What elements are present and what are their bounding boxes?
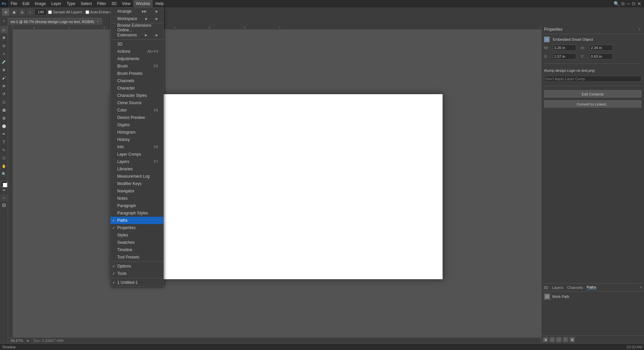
tool-eyedropper[interactable]: 💉 bbox=[0, 58, 8, 65]
y-input[interactable]: 0.63 in bbox=[590, 53, 613, 59]
arrange-icon[interactable]: ⊟ bbox=[621, 1, 625, 6]
menu-clone-source[interactable]: Clone Source bbox=[111, 99, 163, 107]
stroke-path-icon[interactable]: ○ bbox=[549, 337, 555, 342]
menu-libraries[interactable]: Libraries bbox=[111, 165, 163, 173]
delete-path-icon[interactable]: 🗑 bbox=[570, 337, 575, 342]
tool-history-brush[interactable]: ↺ bbox=[0, 90, 8, 98]
menu-edit[interactable]: Edit bbox=[20, 0, 32, 7]
sample-all-layers-checkbox[interactable]: Sample All Layers bbox=[48, 10, 82, 14]
fill-path-icon[interactable]: ◑ bbox=[543, 337, 548, 342]
tool-shape[interactable]: ⬡ bbox=[0, 154, 8, 162]
properties-collapse-btn[interactable]: ≡ bbox=[638, 27, 641, 32]
tool-select[interactable]: ▷ bbox=[0, 26, 8, 33]
tool-zoom[interactable]: 🔍 bbox=[0, 170, 8, 178]
menu-image[interactable]: Image bbox=[32, 0, 48, 7]
tool-type[interactable]: T bbox=[0, 138, 8, 146]
menu-type[interactable]: Type bbox=[64, 0, 78, 7]
menu-paragraph-styles[interactable]: Paragraph Styles bbox=[111, 209, 163, 217]
tab-layers[interactable]: Layers bbox=[552, 286, 563, 290]
menu-modifier-keys[interactable]: Modifier Keys bbox=[111, 180, 163, 187]
menu-window[interactable]: Window bbox=[133, 0, 153, 7]
menu-tools[interactable]: Tools bbox=[111, 270, 163, 277]
brush-subtype-3[interactable]: ○ bbox=[27, 9, 33, 15]
convert-to-linked-button[interactable]: Convert to Linked... bbox=[544, 100, 641, 108]
tool-hand[interactable]: ✋ bbox=[0, 162, 8, 170]
menu-character[interactable]: Character bbox=[111, 84, 163, 92]
menu-arrange[interactable]: Arrange ▶ bbox=[111, 8, 163, 15]
h-input[interactable]: 2.34 in bbox=[590, 45, 613, 51]
menu-help[interactable]: Help bbox=[153, 0, 166, 7]
edit-contents-button[interactable]: Edit Contents bbox=[544, 90, 641, 98]
menu-3d[interactable]: 3D bbox=[111, 40, 163, 48]
auto-enhance-checkbox[interactable]: Auto-Enhance bbox=[86, 10, 114, 14]
foreground-color[interactable] bbox=[1, 181, 7, 187]
menu-notes[interactable]: Notes bbox=[111, 195, 163, 202]
menu-histogram[interactable]: Histogram bbox=[111, 129, 163, 136]
menu-channels[interactable]: Channels bbox=[111, 77, 163, 84]
menu-brush[interactable]: Brush F5 bbox=[111, 62, 163, 70]
menu-filter[interactable]: Filter bbox=[95, 0, 109, 7]
brush-subtype-1[interactable]: ◉ bbox=[11, 9, 17, 15]
tool-brush[interactable]: 🖌 bbox=[0, 74, 8, 81]
menu-styles[interactable]: Styles bbox=[111, 231, 163, 239]
menu-glyphs[interactable]: Glyphs bbox=[111, 121, 163, 129]
menu-browse-extensions[interactable]: Browse Extensions Online... bbox=[111, 24, 163, 31]
screen-mode-btn[interactable]: ⊟ bbox=[1, 202, 7, 208]
tool-gradient[interactable]: ▦ bbox=[0, 106, 8, 114]
menu-tool-presets[interactable]: Tool Presets bbox=[111, 253, 163, 261]
tool-lasso[interactable]: ⊙ bbox=[0, 42, 8, 49]
brush-subtype-2[interactable]: ◎ bbox=[19, 9, 25, 15]
menu-swatches[interactable]: Swatches bbox=[111, 239, 163, 246]
brush-size-display[interactable]: 140 bbox=[35, 9, 47, 15]
menu-actions[interactable]: Actions Alt+F9 bbox=[111, 48, 163, 55]
tool-path-select[interactable]: ↖ bbox=[0, 146, 8, 154]
maximize-icon[interactable]: ⊡ bbox=[632, 1, 635, 6]
menu-history[interactable]: History bbox=[111, 136, 163, 143]
tab-close-left[interactable]: ✕ bbox=[3, 19, 5, 23]
search-icon[interactable]: 🔍 bbox=[614, 1, 619, 6]
menu-info[interactable]: Info F8 bbox=[111, 143, 163, 151]
tool-blur[interactable]: ◍ bbox=[0, 114, 8, 122]
new-path-icon[interactable]: + bbox=[563, 337, 568, 342]
tool-eraser[interactable]: ◻ bbox=[0, 98, 8, 106]
tool-pen[interactable]: ✒ bbox=[0, 130, 8, 138]
tab-channels[interactable]: Channels bbox=[567, 286, 583, 290]
menu-extensions[interactable]: Extensions ▶ bbox=[111, 31, 163, 39]
layer-comp-dropdown[interactable]: Don't Apply Layer Comp bbox=[544, 76, 641, 82]
menu-layer-comps[interactable]: Layer Comps bbox=[111, 151, 163, 158]
paths-panel-menu-icon[interactable]: ≡ bbox=[640, 286, 642, 289]
menu-device-preview[interactable]: Device Preview bbox=[111, 114, 163, 121]
menu-3d[interactable]: 3D bbox=[109, 0, 119, 7]
menu-select[interactable]: Select bbox=[78, 0, 94, 7]
w-input[interactable]: 3.26 in bbox=[553, 45, 576, 51]
menu-paths[interactable]: Paths bbox=[111, 217, 163, 224]
x-input[interactable]: 1.57 in bbox=[553, 53, 576, 59]
timeline-label[interactable]: Timeline bbox=[2, 345, 16, 349]
menu-measurement-log[interactable]: Measurement Log bbox=[111, 173, 163, 180]
tab-paths[interactable]: Paths bbox=[587, 285, 596, 290]
close-icon[interactable]: ✕ bbox=[637, 1, 641, 6]
tool-clone[interactable]: ⊛ bbox=[0, 82, 8, 90]
tab-3d[interactable]: 3D bbox=[543, 286, 548, 290]
menu-color[interactable]: Color F6 bbox=[111, 107, 163, 114]
active-tab[interactable]: ed-1 @ 66.7% (thump design Logo no text,… bbox=[8, 18, 102, 25]
quick-mask-btn[interactable]: ○ bbox=[1, 194, 7, 201]
menu-adjustments[interactable]: Adjustments bbox=[111, 55, 163, 62]
brush-tool-icon[interactable]: ⌀ bbox=[2, 8, 9, 16]
tool-healing[interactable]: ⊕ bbox=[0, 66, 8, 73]
menu-brush-presets[interactable]: Brush Presets bbox=[111, 70, 163, 77]
menu-character-styles[interactable]: Character Styles bbox=[111, 92, 163, 99]
menu-timeline[interactable]: Timeline bbox=[111, 246, 163, 253]
menu-1-untitled-1[interactable]: 1 Untitled-1 bbox=[111, 279, 163, 286]
menu-properties[interactable]: Properties bbox=[111, 224, 163, 231]
tool-crop[interactable]: ⌗ bbox=[0, 50, 8, 57]
tool-dodge[interactable]: ⬤ bbox=[0, 122, 8, 130]
menu-options[interactable]: Options bbox=[111, 262, 163, 270]
menu-paragraph[interactable]: Paragraph bbox=[111, 202, 163, 209]
work-path-item[interactable]: Work Path bbox=[543, 293, 643, 300]
minimize-icon[interactable]: ─ bbox=[627, 1, 630, 6]
tab-close-btn[interactable]: × bbox=[97, 20, 99, 23]
menu-navigator[interactable]: Navigator bbox=[111, 187, 163, 195]
menu-file[interactable]: File bbox=[8, 0, 20, 7]
path-selection-icon[interactable]: ⬚ bbox=[556, 337, 561, 342]
